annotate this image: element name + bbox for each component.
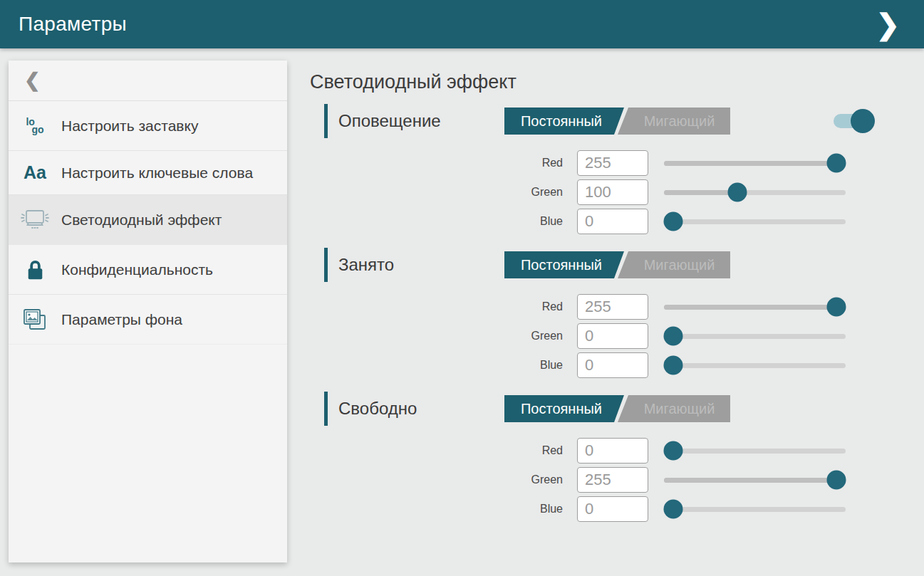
blue-value-input[interactable] — [577, 352, 648, 378]
blue-slider[interactable] — [664, 496, 846, 522]
section-title: Свободно — [338, 399, 504, 419]
blue-slider[interactable] — [664, 352, 846, 378]
settings-window: Параметры ❯ ❮ logo Настроить заставку Aa… — [0, 0, 924, 576]
blue-channel-row: Blue — [504, 209, 924, 234]
sidebar-item-label: Настроить заставку — [61, 101, 198, 150]
red-label: Red — [504, 300, 563, 313]
green-label: Green — [504, 186, 563, 199]
mode-steady-button[interactable]: Постоянный — [504, 395, 624, 422]
mode-segmented-control: Постоянный Мигающий — [504, 251, 730, 278]
green-slider-thumb[interactable] — [827, 471, 846, 490]
header-bar: Параметры ❯ — [0, 0, 924, 48]
red-slider[interactable] — [664, 294, 846, 320]
sidebar-item-screensaver[interactable]: logo Настроить заставку — [9, 101, 287, 151]
red-channel-row: Red — [504, 294, 924, 320]
mode-segmented-control: Постоянный Мигающий — [504, 108, 730, 135]
red-label: Red — [504, 444, 563, 457]
section-title: Оповещение — [338, 111, 504, 131]
sidebar-item-label: Параметры фона — [61, 295, 182, 344]
red-value-input[interactable] — [577, 294, 648, 320]
sidebar-item-label: Настроить ключевые слова — [61, 151, 253, 194]
red-channel-row: Red — [504, 438, 924, 464]
green-value-input[interactable] — [577, 179, 648, 205]
green-value-input[interactable] — [577, 467, 648, 493]
green-slider-thumb[interactable] — [664, 327, 683, 346]
green-label: Green — [504, 330, 563, 342]
red-slider[interactable] — [664, 438, 846, 464]
green-slider[interactable] — [664, 323, 846, 349]
blue-value-input[interactable] — [577, 209, 648, 234]
green-channel-row: Green — [504, 323, 924, 349]
section-accent-bar — [324, 248, 328, 282]
logo-icon: logo — [9, 118, 61, 134]
red-value-input[interactable] — [577, 150, 648, 176]
green-slider[interactable] — [664, 179, 846, 205]
sidebar-item-label: Светодиодный эффект — [61, 195, 222, 244]
green-slider-thumb[interactable] — [727, 183, 747, 202]
notification-toggle-switch[interactable] — [834, 108, 873, 134]
red-value-input[interactable] — [577, 438, 648, 464]
red-slider-thumb[interactable] — [827, 298, 846, 317]
blue-label: Blue — [504, 359, 563, 372]
content-title: Светодиодный эффект — [310, 71, 924, 93]
blue-channel-row: Blue — [504, 496, 924, 522]
mode-segmented-control: Постоянный Мигающий — [504, 395, 730, 422]
sidebar: ❮ logo Настроить заставку Aa Настроить к… — [9, 61, 287, 562]
sidebar-item-privacy[interactable]: Конфиденциальность — [9, 245, 287, 295]
red-slider[interactable] — [664, 150, 846, 176]
led-display-icon — [9, 207, 61, 233]
section-free: Свободно Постоянный Мигающий Red Green — [310, 391, 924, 522]
section-accent-bar — [324, 392, 328, 426]
mode-steady-button[interactable]: Постоянный — [504, 108, 624, 135]
blue-slider-thumb[interactable] — [664, 500, 683, 519]
green-value-input[interactable] — [577, 323, 648, 349]
sidebar-item-led-effect[interactable]: Светодиодный эффект — [9, 195, 287, 245]
red-slider-thumb[interactable] — [664, 441, 683, 461]
green-channel-row: Green — [504, 179, 924, 205]
mode-steady-button[interactable]: Постоянный — [504, 251, 624, 278]
mode-blinking-button[interactable]: Мигающий — [628, 395, 730, 422]
blue-label: Blue — [504, 215, 563, 228]
sidebar-item-label: Конфиденциальность — [61, 245, 213, 294]
mode-blinking-button[interactable]: Мигающий — [628, 108, 730, 135]
background-images-icon — [9, 308, 61, 332]
sidebar-header: ❮ — [9, 61, 287, 101]
green-slider[interactable] — [664, 467, 846, 493]
toggle-knob — [851, 109, 875, 133]
mode-blinking-button[interactable]: Мигающий — [628, 251, 730, 278]
expand-panel-icon[interactable]: ❯ — [870, 7, 905, 41]
green-label: Green — [504, 473, 563, 486]
green-channel-row: Green — [504, 467, 924, 493]
blue-slider[interactable] — [664, 209, 846, 234]
blue-slider-thumb[interactable] — [664, 212, 683, 231]
blue-channel-row: Blue — [504, 352, 924, 378]
section-busy: Занято Постоянный Мигающий Red Green — [310, 247, 924, 378]
blue-label: Blue — [504, 503, 563, 515]
collapse-sidebar-icon[interactable]: ❮ — [24, 69, 41, 92]
page-title: Параметры — [19, 13, 127, 36]
section-title: Занято — [338, 255, 504, 275]
red-channel-row: Red — [504, 150, 924, 176]
keywords-icon: Aa — [9, 162, 61, 183]
section-notification: Оповещение Постоянный Мигающий Red — [310, 103, 924, 234]
main-content: Светодиодный эффект Оповещение Постоянны… — [310, 48, 924, 576]
lock-icon — [9, 259, 61, 281]
sidebar-item-keywords[interactable]: Aa Настроить ключевые слова — [9, 151, 287, 195]
blue-value-input[interactable] — [577, 496, 648, 522]
blue-slider-thumb[interactable] — [664, 356, 683, 375]
red-label: Red — [504, 157, 563, 169]
section-accent-bar — [324, 104, 328, 138]
sidebar-item-background[interactable]: Параметры фона — [9, 295, 287, 345]
red-slider-thumb[interactable] — [827, 154, 846, 173]
